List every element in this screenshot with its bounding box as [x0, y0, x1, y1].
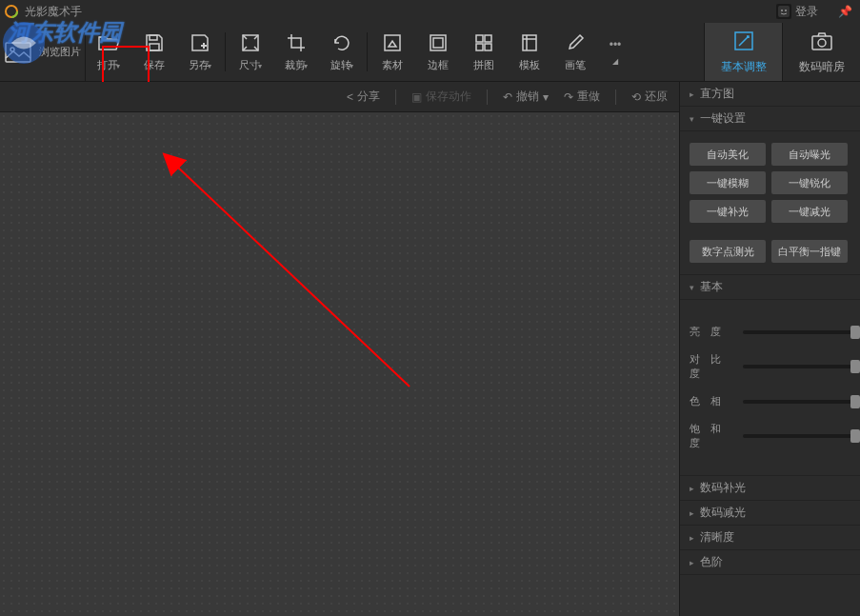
- fill-light-button[interactable]: 一键补光: [690, 200, 766, 223]
- hue-label: 色 相: [690, 394, 735, 408]
- border-icon: [429, 31, 448, 54]
- more-dots-icon: •••: [610, 38, 622, 51]
- login-button[interactable]: 登录: [795, 4, 818, 20]
- rotate-icon: [332, 31, 351, 54]
- panel-basic[interactable]: ▾基本: [680, 275, 860, 300]
- tab-darkroom-label: 数码暗房: [799, 59, 845, 75]
- brush-icon: [566, 31, 585, 54]
- panel-onekey-body: 自动美化 自动曝光 一键模糊 一键锐化 一键补光 一键减光 数字点测光 白平衡一…: [680, 131, 860, 275]
- svg-rect-19: [812, 36, 831, 50]
- toolbar-separator: [225, 32, 226, 71]
- crop-button[interactable]: 裁剪▾: [273, 23, 319, 81]
- material-label: 素材: [382, 58, 403, 72]
- template-button[interactable]: 模板: [507, 23, 552, 81]
- image-icon: [5, 41, 31, 64]
- hue-slider[interactable]: 色 相: [690, 394, 860, 408]
- app-icon: [4, 4, 19, 19]
- brightness-label: 亮 度: [690, 325, 735, 339]
- brightness-slider[interactable]: 亮 度: [690, 325, 860, 339]
- brush-label: 画笔: [565, 58, 586, 72]
- svg-rect-14: [485, 35, 491, 42]
- more-button[interactable]: ••• ◢: [598, 23, 632, 81]
- material-button[interactable]: 素材: [370, 23, 415, 81]
- main-toolbar: 浏览图片 打开▾ 保存 另存▾ 尺寸▾ 裁剪▾ 旋转▾ 素材 边框 拼图 模板: [0, 23, 860, 82]
- chevron-right-icon: ▸: [690, 89, 694, 99]
- svg-point-20: [818, 39, 826, 47]
- rotate-button[interactable]: 旋转▾: [319, 23, 365, 81]
- svg-rect-7: [150, 35, 157, 40]
- redo-button[interactable]: ↷重做: [564, 89, 600, 105]
- auto-exposure-button[interactable]: 自动曝光: [771, 143, 848, 166]
- border-button[interactable]: 边框: [415, 23, 461, 81]
- panel-levels[interactable]: ▸色阶: [680, 550, 860, 575]
- chevron-down-icon: ▾: [543, 90, 549, 104]
- collage-label: 拼图: [473, 58, 494, 72]
- chevron-right-icon: ▸: [690, 508, 694, 518]
- panel-darken[interactable]: ▸数码减光: [680, 501, 860, 526]
- auto-beautify-button[interactable]: 自动美化: [690, 143, 766, 166]
- separator: [487, 89, 488, 105]
- contrast-label: 对 比 度: [690, 352, 735, 381]
- svg-rect-10: [385, 35, 400, 50]
- revert-icon: ⟲: [631, 90, 641, 104]
- annotation-arrow: [0, 82, 679, 616]
- resize-icon: [241, 31, 260, 54]
- chevron-right-icon: ▸: [690, 484, 694, 493]
- canvas-area[interactable]: <分享 ▣保存动作 ↶撤销 ▾ ↷重做 ⟲还原: [0, 82, 679, 616]
- right-sidebar: ▸直方图 ▾一键设置 自动美化 自动曝光 一键模糊 一键锐化 一键补光 一键减光…: [679, 82, 860, 616]
- svg-line-21: [176, 166, 410, 387]
- brush-button[interactable]: 画笔: [552, 23, 598, 81]
- saturation-slider[interactable]: 饱 和 度: [690, 422, 860, 450]
- contrast-slider[interactable]: 对 比 度: [690, 352, 860, 381]
- save-button[interactable]: 保存: [131, 23, 177, 81]
- svg-point-3: [781, 10, 783, 11]
- chevron-right-icon: ▸: [690, 533, 694, 543]
- size-button[interactable]: 尺寸▾: [228, 23, 273, 81]
- saveas-button[interactable]: 另存▾: [177, 23, 223, 81]
- sharpen-button[interactable]: 一键锐化: [771, 171, 848, 194]
- tab-darkroom[interactable]: 数码暗房: [782, 23, 860, 81]
- white-balance-button[interactable]: 白平衡一指键: [771, 240, 848, 263]
- separator: [615, 89, 616, 105]
- more-arrow-icon: ◢: [612, 57, 618, 66]
- darken-button[interactable]: 一键减光: [771, 200, 848, 223]
- panel-clarity[interactable]: ▸清晰度: [680, 526, 860, 550]
- svg-rect-13: [476, 35, 483, 42]
- open-label: 打开▾: [97, 58, 120, 72]
- undo-button[interactable]: ↶撤销 ▾: [503, 89, 549, 105]
- svg-point-4: [785, 10, 787, 11]
- svg-rect-8: [150, 44, 159, 50]
- save-action-button[interactable]: ▣保存动作: [411, 89, 471, 105]
- browse-label: 浏览图片: [39, 45, 81, 59]
- svg-rect-15: [476, 44, 483, 50]
- chevron-down-icon: ▾: [690, 114, 694, 124]
- template-label: 模板: [519, 58, 540, 72]
- revert-button[interactable]: ⟲还原: [631, 89, 668, 105]
- panel-histogram[interactable]: ▸直方图: [680, 82, 860, 107]
- collage-button[interactable]: 拼图: [461, 23, 507, 81]
- tab-basic-adjust[interactable]: 基本调整: [704, 23, 782, 81]
- rotate-label: 旋转▾: [330, 58, 353, 72]
- record-icon: ▣: [411, 90, 422, 104]
- share-button[interactable]: <分享: [347, 89, 380, 105]
- svg-rect-16: [485, 44, 491, 50]
- blur-button[interactable]: 一键模糊: [690, 171, 766, 194]
- login-avatar-icon[interactable]: [776, 4, 791, 19]
- browse-images-button[interactable]: 浏览图片: [0, 23, 86, 81]
- toolbar-separator: [367, 32, 368, 71]
- pin-icon[interactable]: 📌: [833, 5, 856, 18]
- svg-rect-12: [433, 38, 443, 48]
- panel-onekey[interactable]: ▾一键设置: [680, 107, 860, 131]
- redo-icon: ↷: [564, 90, 573, 104]
- open-button[interactable]: 打开▾: [86, 23, 131, 81]
- folder-open-icon: [98, 31, 119, 54]
- spot-meter-button[interactable]: 数字点测光: [690, 240, 766, 263]
- crop-label: 裁剪▾: [285, 58, 308, 72]
- panel-fill-light[interactable]: ▸数码补光: [680, 476, 860, 501]
- adjust-icon: [732, 30, 755, 55]
- saveas-icon: [190, 31, 210, 54]
- template-icon: [520, 31, 539, 54]
- share-icon: <: [347, 90, 353, 104]
- collage-icon: [474, 31, 493, 54]
- undo-icon: ↶: [503, 90, 512, 104]
